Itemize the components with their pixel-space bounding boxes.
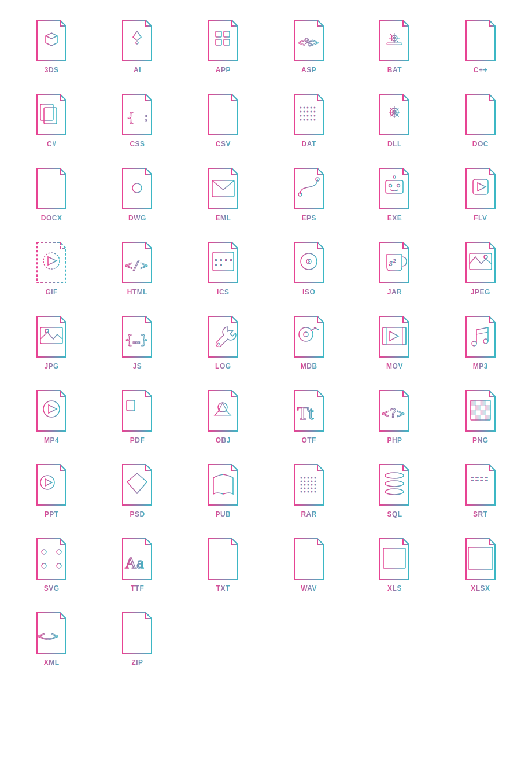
file-icon-pdf[interactable]: PDF <box>97 388 177 444</box>
file-icon-xml[interactable]: <…> XML <box>12 610 91 666</box>
svg-point-32 <box>304 115 305 117</box>
file-icon-eps[interactable]: EPS <box>269 165 349 222</box>
file-icon-css[interactable]: { : } CSS <box>97 91 177 148</box>
file-icon-srt[interactable]: SRT <box>441 462 520 518</box>
file-label-txt: TXT <box>216 584 230 592</box>
file-icon-iso[interactable]: ISO <box>269 240 349 296</box>
file-label-zip: ZIP <box>131 658 143 666</box>
file-icon-docx[interactable]: DOCX <box>12 165 91 222</box>
file-icon-exe[interactable]: EXE <box>354 165 434 222</box>
svg-point-132 <box>304 488 306 489</box>
file-icon-otf[interactable]: Tt OTF <box>269 388 349 444</box>
file-icon-ai[interactable]: AI <box>97 17 177 74</box>
svg-rect-162 <box>475 480 479 481</box>
svg-point-140 <box>311 484 313 486</box>
file-icon-rar[interactable]: RAR <box>269 462 349 518</box>
file-icon-php[interactable]: <?> PHP <box>354 388 434 444</box>
file-label-app: APP <box>216 66 231 74</box>
file-icon-bat[interactable]: BAT <box>354 17 434 74</box>
file-icon-flv[interactable]: FLV <box>441 165 520 222</box>
svg-point-153 <box>385 481 404 487</box>
file-icon-dll[interactable]: DLL <box>354 91 434 148</box>
file-icon-jpeg[interactable]: JPEG <box>441 240 520 296</box>
svg-rect-117 <box>485 415 490 421</box>
file-icon-obj[interactable]: OBJ <box>183 388 263 444</box>
file-icon-doc[interactable]: DOC <box>441 91 520 148</box>
svg-point-138 <box>311 481 313 482</box>
file-icon-xlsx[interactable]: XLSX <box>441 536 520 592</box>
file-label-ttf: TTF <box>131 584 145 592</box>
svg-point-29 <box>311 111 312 113</box>
file-label-log: LOG <box>215 362 231 370</box>
file-icon-gif[interactable]: GIF <box>12 240 91 296</box>
file-label-sql: SQL <box>387 510 402 518</box>
svg-point-87 <box>217 343 220 345</box>
file-icon-wav[interactable]: WAV <box>269 536 349 592</box>
file-icon-pub[interactable]: PUB <box>183 462 263 518</box>
file-icon-js[interactable]: {…} JS <box>97 314 177 370</box>
svg-point-31 <box>300 115 302 117</box>
svg-rect-8 <box>387 43 402 45</box>
file-icon-csharp[interactable]: C# <box>12 91 91 148</box>
file-icon-ics[interactable]: ICS <box>183 240 263 296</box>
svg-point-167 <box>42 550 46 554</box>
svg-point-125 <box>301 477 302 479</box>
svg-rect-15 <box>44 108 57 124</box>
file-icon-cpp[interactable]: C++ <box>441 17 520 74</box>
svg-text:<…>: <…> <box>38 629 58 643</box>
file-icon-ttf[interactable]: Aa TTF <box>97 536 177 592</box>
file-icon-ppt[interactable]: PPT <box>12 462 91 518</box>
file-icon-txt[interactable]: TXT <box>183 536 263 592</box>
svg-rect-14 <box>40 104 53 120</box>
file-icon-eml[interactable]: EML <box>183 165 263 222</box>
file-icon-log[interactable]: LOG <box>183 314 263 370</box>
svg-point-141 <box>308 488 309 489</box>
file-label-flv: FLV <box>474 214 487 222</box>
file-label-srt: SRT <box>473 510 488 518</box>
file-icon-html[interactable]: </> HTML <box>97 240 177 296</box>
file-icon-png[interactable]: PNG <box>441 388 520 444</box>
svg-point-33 <box>307 115 309 117</box>
file-label-xml: XML <box>44 658 60 666</box>
file-icon-jpg[interactable]: JPG <box>12 314 91 370</box>
svg-point-78 <box>308 261 310 263</box>
file-label-jpeg: JPEG <box>471 288 490 296</box>
file-icon-psd[interactable]: PSD <box>97 462 177 518</box>
file-icon-xls[interactable]: XLS <box>354 536 434 592</box>
svg-text:</>: </> <box>125 258 148 272</box>
file-label-3ds: 3DS <box>45 66 59 74</box>
file-icon-3ds[interactable]: 3DS <box>12 17 91 74</box>
file-icon-mov[interactable]: MOV <box>354 314 434 370</box>
svg-text:S: S <box>389 260 393 267</box>
file-icon-sql[interactable]: SQL <box>354 462 434 518</box>
svg-text:{…}: {…} <box>125 332 148 347</box>
svg-point-40 <box>314 119 316 121</box>
file-icon-zip[interactable]: ZIP <box>97 610 177 666</box>
svg-point-76 <box>301 253 317 270</box>
file-label-ai: AI <box>134 66 141 74</box>
file-icon-csv[interactable]: CSV <box>183 91 263 148</box>
svg-point-27 <box>304 111 305 113</box>
svg-point-38 <box>307 119 309 121</box>
svg-point-28 <box>307 111 309 113</box>
file-icon-dwg[interactable]: DWG <box>97 165 177 222</box>
svg-rect-113 <box>481 400 486 406</box>
file-icon-mp4[interactable]: MP4 <box>12 388 91 444</box>
file-label-csharp: C# <box>47 140 56 148</box>
file-icon-mp3[interactable]: MP3 <box>441 314 520 370</box>
file-icon-dat[interactable]: DAT <box>269 91 349 148</box>
svg-rect-71 <box>220 259 222 261</box>
svg-point-136 <box>311 477 313 479</box>
file-icon-asp[interactable]: <%> ASP <box>269 17 349 74</box>
svg-point-139 <box>308 484 309 486</box>
svg-rect-75 <box>220 264 222 266</box>
svg-rect-93 <box>383 327 386 345</box>
file-icon-jar[interactable]: S 2 JAR <box>354 240 434 296</box>
file-label-html: HTML <box>127 288 147 296</box>
file-icon-app[interactable]: APP <box>183 17 263 74</box>
svg-point-144 <box>311 491 313 493</box>
file-icon-mdb[interactable]: MDB <box>269 314 349 370</box>
svg-rect-99 <box>127 400 135 411</box>
file-label-gif: GIF <box>45 288 58 296</box>
file-icon-svg[interactable]: SVG <box>12 536 91 592</box>
